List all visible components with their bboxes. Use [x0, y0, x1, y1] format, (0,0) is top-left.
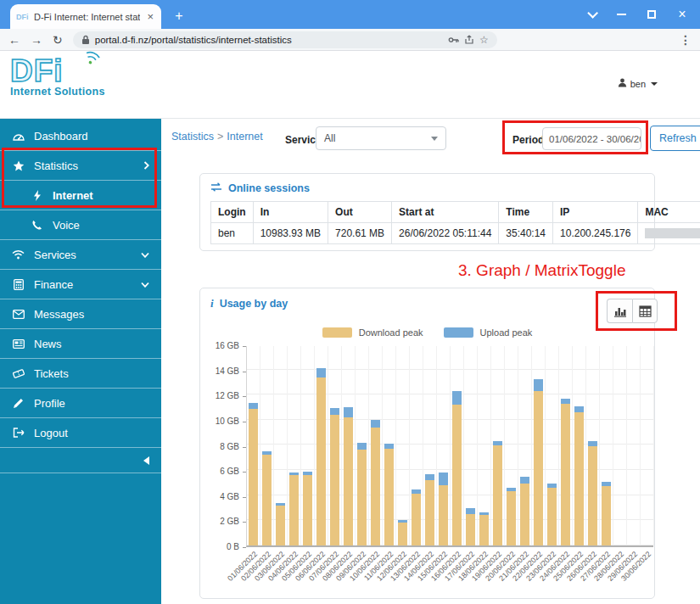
breadcrumb-internet[interactable]: Internet [227, 131, 262, 143]
logout-icon [12, 428, 25, 438]
sessions-table: LoginInOutStart atTimeIPMAC ben10983.93 … [210, 201, 700, 244]
usage-bar [396, 346, 410, 545]
x-axis-labels: 01/06/202202/06/202203/06/202204/06/2022… [246, 547, 653, 596]
chevron-down-icon[interactable] [585, 8, 596, 20]
tab-title: D-Fi Internet: Internet statistics [34, 12, 140, 22]
sidebar-item-profile[interactable]: Profile [0, 389, 161, 418]
y-tick-label: 16 GB [202, 341, 239, 350]
news-icon [12, 339, 25, 349]
sidebar: DashboardStatisticsInternetVoiceServices… [0, 119, 161, 604]
key-icon[interactable] [448, 36, 459, 44]
column-header-in: In [253, 202, 328, 223]
bookmark-star-icon[interactable]: ☆ [479, 34, 489, 46]
usage-bar [613, 346, 627, 545]
close-icon[interactable]: × [676, 8, 688, 20]
y-tick-label: 12 GB [202, 391, 239, 400]
tab-close-icon[interactable]: × [145, 10, 155, 23]
column-header-time: Time [499, 202, 553, 223]
usage-bar [600, 346, 613, 545]
period-value: 01/06/2022 - 30/06/202 [549, 134, 641, 144]
chart-legend: Download peakUpload peak [200, 327, 654, 338]
refresh-button[interactable]: Refresh [650, 126, 700, 151]
browser-tab[interactable]: DFi D-Fi Internet: Internet statistics × [10, 4, 161, 29]
sidebar-item-messages[interactable]: Messages [0, 299, 161, 329]
online-sessions-card: Online sessions LoginInOutStart atTimeIP… [199, 173, 655, 251]
share-icon[interactable] [464, 35, 474, 45]
svg-text:DFi: DFi [16, 13, 29, 21]
breadcrumb-statistics[interactable]: Statistics [171, 131, 214, 143]
browser-menu-icon[interactable]: ⋮ [680, 33, 692, 47]
minimize-icon[interactable] [615, 8, 627, 20]
online-sessions-title: Online sessions [210, 182, 644, 194]
usage-bar [315, 346, 328, 545]
chevron-down-icon [141, 282, 149, 288]
back-icon[interactable]: ← [8, 34, 20, 46]
usage-bar [328, 346, 342, 545]
sidebar-item-news[interactable]: News [0, 329, 161, 359]
new-tab-button[interactable]: + [170, 7, 188, 25]
sidebar-item-statistics[interactable]: Statistics [0, 151, 161, 181]
service-value: All [324, 132, 335, 144]
breadcrumb: Statistics>Internet [171, 131, 263, 143]
column-header-ip: IP [553, 202, 638, 223]
dfi-logo[interactable]: DFi Internet Solutions [10, 54, 112, 98]
page-header: DFi Internet Solutions 1. Click Statisti… [0, 51, 700, 119]
dashboard-icon [12, 131, 25, 142]
graph-toggle-button[interactable] [607, 299, 632, 323]
sidebar-item-internet[interactable]: Internet [0, 181, 161, 210]
usage-bar [559, 346, 573, 545]
usage-bar [342, 346, 356, 545]
maximize-icon[interactable] [646, 8, 658, 20]
legend-swatch [444, 327, 473, 338]
usage-bar [641, 346, 654, 545]
legend-item: Upload peak [444, 327, 533, 338]
sidebar-item-logout[interactable]: Logout [0, 418, 161, 448]
reload-icon[interactable]: ↻ [53, 34, 63, 46]
user-icon [618, 78, 627, 89]
dfi-favicon-icon: DFi [16, 10, 29, 23]
usage-bar [478, 346, 491, 545]
service-select[interactable]: All [316, 126, 446, 150]
y-tick-label: 4 GB [202, 492, 239, 501]
view-toggle-group [607, 299, 658, 323]
legend-swatch [322, 327, 352, 338]
wifi-arcs-icon [83, 49, 105, 73]
y-tick-label: 14 GB [202, 366, 239, 376]
envelope-icon [12, 310, 25, 319]
usage-bar [573, 346, 586, 545]
usage-bar [518, 346, 532, 545]
user-name: ben [630, 79, 646, 89]
lock-icon [81, 35, 90, 45]
sidebar-item-dashboard[interactable]: Dashboard [0, 121, 161, 151]
usage-bar [491, 346, 505, 545]
sidebar-item-tickets[interactable]: Tickets [0, 359, 161, 389]
usage-bar [247, 346, 260, 545]
sidebar-items: DashboardStatisticsInternetVoiceServices… [0, 121, 161, 448]
usage-bar [586, 346, 600, 545]
y-tick-label: 8 GB [202, 442, 239, 451]
sidebar-item-finance[interactable]: Finance [0, 270, 161, 299]
matrix-toggle-button[interactable] [632, 299, 658, 323]
bolt-icon [31, 190, 43, 201]
column-header-start-at: Start at [392, 202, 499, 223]
usage-bar [301, 346, 315, 545]
sidebar-item-voice[interactable]: Voice [0, 210, 161, 240]
sidebar-item-services[interactable]: Services [0, 240, 161, 270]
address-bar[interactable]: portal.d-fi.nz/portal/statistics/interne… [73, 31, 497, 48]
usage-bar [260, 346, 274, 545]
chevron-right-icon [143, 161, 149, 170]
info-icon: i [210, 297, 214, 310]
usage-bar [410, 346, 423, 545]
collapse-left-arrow-icon [143, 456, 149, 465]
ticket-icon [12, 369, 25, 378]
window-controls: × [585, 0, 695, 29]
user-menu[interactable]: ben [618, 78, 658, 89]
user-caret-icon [651, 82, 658, 86]
sidebar-collapse-row[interactable] [0, 448, 161, 473]
usage-bar [505, 346, 518, 545]
forward-icon[interactable]: → [31, 34, 42, 46]
usage-by-day-card: i Usage by day Download peakUpload peak … [199, 288, 655, 599]
swap-arrows-icon [210, 182, 222, 194]
chevron-down-icon [141, 252, 149, 258]
period-input[interactable]: 01/06/2022 - 30/06/202 [542, 127, 641, 150]
